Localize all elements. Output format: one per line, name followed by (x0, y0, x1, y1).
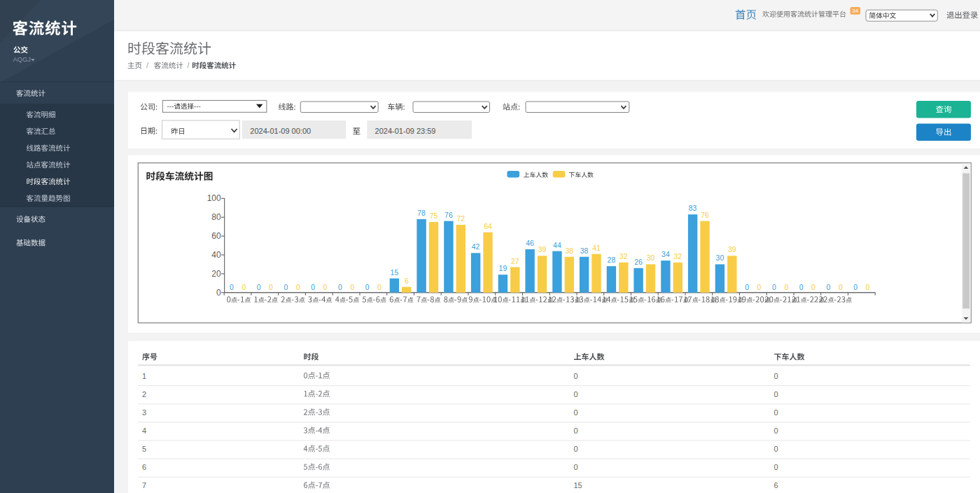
svg-text:0: 0 (574, 463, 578, 471)
svg-text:0: 0 (216, 288, 221, 298)
svg-text:60: 60 (211, 231, 221, 241)
svg-text:64: 64 (484, 223, 492, 230)
svg-text:76: 76 (444, 211, 453, 219)
svg-text:0: 0 (296, 284, 300, 291)
svg-text:6: 6 (142, 463, 146, 471)
svg-text:0: 0 (574, 445, 578, 453)
svg-text:44: 44 (553, 242, 561, 249)
svg-text:0: 0 (774, 372, 778, 380)
svg-text:0: 0 (574, 390, 578, 398)
svg-text:72: 72 (457, 215, 465, 223)
svg-text:2024-01-09 23:59: 2024-01-09 23:59 (375, 127, 436, 135)
svg-text:28: 28 (608, 256, 616, 264)
svg-text:15: 15 (391, 269, 399, 277)
svg-text:0: 0 (365, 284, 370, 291)
svg-text:0: 0 (799, 284, 804, 291)
svg-text:4: 4 (142, 426, 146, 435)
svg-text:78: 78 (417, 209, 426, 217)
svg-text:42: 42 (472, 243, 480, 251)
svg-text:AQGJ: AQGJ (13, 56, 31, 63)
svg-text:32: 32 (620, 253, 628, 261)
svg-text:39: 39 (728, 246, 736, 254)
svg-text:34: 34 (852, 8, 858, 14)
svg-text:0: 0 (377, 284, 382, 291)
svg-text:3: 3 (142, 408, 146, 417)
svg-text:1: 1 (142, 372, 146, 380)
svg-text:0: 0 (574, 408, 578, 417)
svg-text:27: 27 (511, 258, 519, 265)
svg-text:39: 39 (538, 246, 547, 254)
svg-text:76: 76 (701, 211, 709, 219)
svg-text:34: 34 (662, 251, 670, 258)
svg-text:80: 80 (211, 212, 221, 222)
svg-text:0: 0 (230, 284, 234, 291)
svg-text:7: 7 (142, 481, 146, 489)
svg-text:0: 0 (338, 284, 342, 291)
svg-text:0: 0 (811, 284, 816, 291)
svg-text:30: 30 (647, 254, 655, 262)
svg-text:0: 0 (757, 284, 762, 291)
svg-text:26: 26 (634, 258, 643, 266)
svg-text:0: 0 (350, 284, 354, 291)
svg-text:32: 32 (674, 253, 682, 261)
svg-text:0: 0 (323, 284, 328, 291)
svg-text:19: 19 (499, 265, 507, 272)
svg-text:0: 0 (827, 284, 831, 291)
svg-text:0: 0 (772, 284, 776, 291)
svg-text:/: / (146, 61, 148, 69)
svg-text:0: 0 (774, 390, 778, 398)
svg-text:6: 6 (405, 277, 409, 285)
svg-text:20: 20 (211, 269, 221, 279)
svg-text:15: 15 (574, 481, 582, 489)
svg-text:0: 0 (866, 284, 870, 291)
svg-text:100: 100 (207, 193, 221, 203)
svg-text:83: 83 (689, 204, 697, 212)
svg-text:0: 0 (774, 445, 778, 453)
svg-text:0: 0 (774, 463, 778, 471)
svg-text:38: 38 (566, 247, 574, 255)
svg-text:41: 41 (592, 244, 601, 252)
svg-text:5: 5 (142, 445, 146, 453)
svg-text:0: 0 (853, 284, 858, 291)
svg-text:0: 0 (574, 426, 578, 435)
svg-text:0: 0 (241, 284, 246, 291)
svg-text:6: 6 (774, 481, 778, 489)
svg-text:0: 0 (257, 284, 261, 291)
svg-text:0: 0 (745, 284, 749, 291)
svg-text:46: 46 (526, 239, 534, 247)
svg-text:30: 30 (716, 254, 724, 262)
svg-text:0: 0 (574, 372, 578, 380)
svg-text:0: 0 (311, 284, 315, 291)
svg-text:0: 0 (839, 284, 843, 291)
svg-text:0: 0 (784, 284, 788, 291)
svg-text:2024-01-09 00:00: 2024-01-09 00:00 (250, 127, 311, 135)
svg-text:75: 75 (430, 212, 438, 220)
svg-text:0: 0 (774, 426, 778, 435)
svg-text:/: / (188, 61, 190, 69)
svg-text:0: 0 (774, 408, 778, 417)
svg-text:2: 2 (142, 390, 146, 398)
svg-text:38: 38 (580, 247, 589, 255)
svg-text:40: 40 (211, 250, 221, 260)
svg-text:0: 0 (284, 284, 288, 291)
svg-text:0: 0 (269, 284, 273, 291)
